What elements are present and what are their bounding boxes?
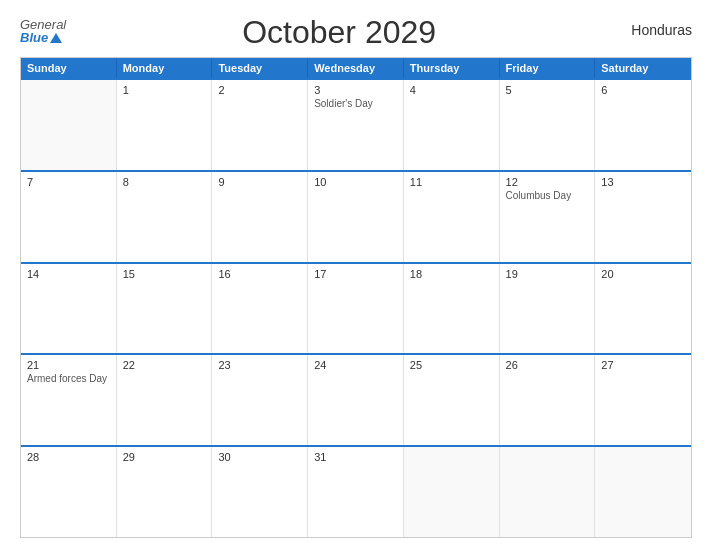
cal-cell-0-6: 6 — [595, 80, 691, 170]
calendar-week-3: 14151617181920 — [21, 262, 691, 354]
cal-cell-2-6: 20 — [595, 264, 691, 354]
holiday-label: Columbus Day — [506, 190, 589, 201]
day-number: 25 — [410, 359, 493, 371]
day-number: 14 — [27, 268, 110, 280]
cal-cell-2-4: 18 — [404, 264, 500, 354]
day-number: 7 — [27, 176, 110, 188]
cal-cell-4-0: 28 — [21, 447, 117, 537]
header-thursday: Thursday — [404, 58, 500, 78]
day-number: 2 — [218, 84, 301, 96]
cal-cell-0-1: 1 — [117, 80, 213, 170]
cal-cell-1-2: 9 — [212, 172, 308, 262]
header-tuesday: Tuesday — [212, 58, 308, 78]
calendar-week-5: 28293031 — [21, 445, 691, 537]
day-number: 16 — [218, 268, 301, 280]
cal-cell-3-2: 23 — [212, 355, 308, 445]
day-number: 5 — [506, 84, 589, 96]
cal-cell-1-6: 13 — [595, 172, 691, 262]
day-number: 21 — [27, 359, 110, 371]
day-number: 24 — [314, 359, 397, 371]
cal-cell-2-5: 19 — [500, 264, 596, 354]
header-saturday: Saturday — [595, 58, 691, 78]
day-number: 23 — [218, 359, 301, 371]
logo-triangle-icon — [50, 33, 62, 43]
calendar-week-1: 123Soldier's Day456 — [21, 78, 691, 170]
header-monday: Monday — [117, 58, 213, 78]
header-wednesday: Wednesday — [308, 58, 404, 78]
logo: General Blue — [20, 18, 66, 44]
cal-cell-3-0: 21Armed forces Day — [21, 355, 117, 445]
day-number: 19 — [506, 268, 589, 280]
holiday-label: Armed forces Day — [27, 373, 110, 384]
header-sunday: Sunday — [21, 58, 117, 78]
cal-cell-3-3: 24 — [308, 355, 404, 445]
cal-cell-0-3: 3Soldier's Day — [308, 80, 404, 170]
day-number: 20 — [601, 268, 685, 280]
calendar-header-row: Sunday Monday Tuesday Wednesday Thursday… — [21, 58, 691, 78]
cal-cell-1-1: 8 — [117, 172, 213, 262]
cal-cell-3-6: 27 — [595, 355, 691, 445]
cal-cell-2-3: 17 — [308, 264, 404, 354]
cal-cell-0-2: 2 — [212, 80, 308, 170]
cal-cell-0-0 — [21, 80, 117, 170]
cal-cell-1-4: 11 — [404, 172, 500, 262]
header-friday: Friday — [500, 58, 596, 78]
day-number: 30 — [218, 451, 301, 463]
day-number: 1 — [123, 84, 206, 96]
cal-cell-3-5: 26 — [500, 355, 596, 445]
day-number: 13 — [601, 176, 685, 188]
cal-cell-4-3: 31 — [308, 447, 404, 537]
day-number: 8 — [123, 176, 206, 188]
cal-cell-3-1: 22 — [117, 355, 213, 445]
cal-cell-2-2: 16 — [212, 264, 308, 354]
day-number: 3 — [314, 84, 397, 96]
cal-cell-4-1: 29 — [117, 447, 213, 537]
day-number: 9 — [218, 176, 301, 188]
calendar-grid: Sunday Monday Tuesday Wednesday Thursday… — [20, 57, 692, 538]
day-number: 22 — [123, 359, 206, 371]
cal-cell-4-5 — [500, 447, 596, 537]
day-number: 6 — [601, 84, 685, 96]
cal-cell-3-4: 25 — [404, 355, 500, 445]
cal-cell-1-5: 12Columbus Day — [500, 172, 596, 262]
calendar-title: October 2029 — [66, 14, 612, 51]
cal-cell-4-4 — [404, 447, 500, 537]
cal-cell-4-2: 30 — [212, 447, 308, 537]
day-number: 29 — [123, 451, 206, 463]
holiday-label: Soldier's Day — [314, 98, 397, 109]
day-number: 10 — [314, 176, 397, 188]
cal-cell-0-5: 5 — [500, 80, 596, 170]
day-number: 18 — [410, 268, 493, 280]
day-number: 26 — [506, 359, 589, 371]
day-number: 28 — [27, 451, 110, 463]
cal-cell-2-1: 15 — [117, 264, 213, 354]
country-label: Honduras — [612, 22, 692, 38]
day-number: 31 — [314, 451, 397, 463]
logo-blue-text: Blue — [20, 31, 62, 44]
cal-cell-1-3: 10 — [308, 172, 404, 262]
calendar-week-2: 789101112Columbus Day13 — [21, 170, 691, 262]
day-number: 15 — [123, 268, 206, 280]
header: General Blue October 2029 Honduras — [20, 18, 692, 51]
cal-cell-4-6 — [595, 447, 691, 537]
day-number: 12 — [506, 176, 589, 188]
cal-cell-2-0: 14 — [21, 264, 117, 354]
cal-cell-1-0: 7 — [21, 172, 117, 262]
calendar-week-4: 21Armed forces Day222324252627 — [21, 353, 691, 445]
day-number: 17 — [314, 268, 397, 280]
day-number: 27 — [601, 359, 685, 371]
day-number: 4 — [410, 84, 493, 96]
calendar-page: General Blue October 2029 Honduras Sunda… — [0, 0, 712, 550]
day-number: 11 — [410, 176, 493, 188]
cal-cell-0-4: 4 — [404, 80, 500, 170]
